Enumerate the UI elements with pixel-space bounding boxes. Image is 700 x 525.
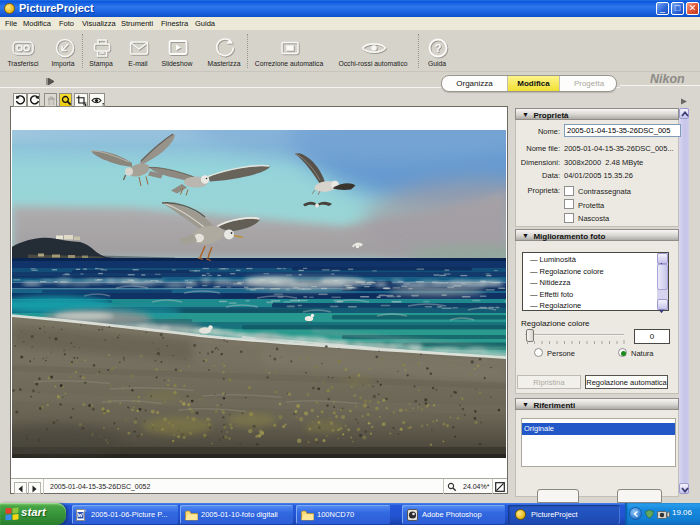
svg-text:?: ? (435, 42, 442, 54)
